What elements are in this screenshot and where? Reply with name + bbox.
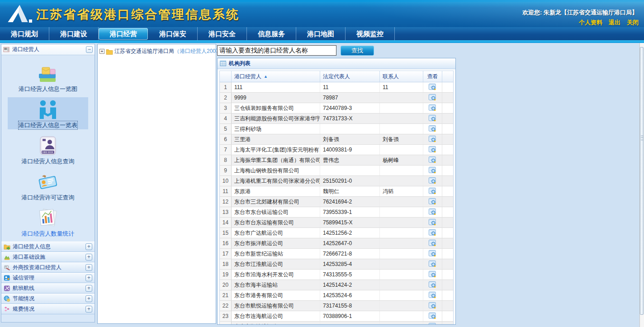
header-link[interactable]: 关闭 [627,19,639,26]
sidebar-section[interactable]: 港口基础设施+ [1,252,95,262]
expand-button[interactable]: + [85,285,92,292]
nav-tab[interactable]: 港口建设 [49,27,99,40]
view-icon[interactable] [429,104,436,112]
view-icon[interactable] [429,167,436,174]
nav-tab[interactable]: 港口规划 [0,27,49,40]
table-row[interactable]: 11111111 [220,82,453,93]
view-icon[interactable] [429,240,436,247]
sidebar-item[interactable]: 港口经营人信息一览图 [8,61,88,93]
view-icon[interactable] [429,313,436,320]
sidebar-item[interactable]: 港口经营许可证查询 [8,170,88,202]
sidebar-section[interactable]: 航班航线+ [1,283,95,294]
table-row[interactable]: 11东原港魏明仁冯韬 [220,186,453,197]
expand-button[interactable]: + [85,275,92,281]
view-icon[interactable] [429,94,436,101]
expand-button[interactable]: + [85,306,92,313]
nav-tab[interactable]: 视频监控 [346,27,395,40]
view-icon[interactable] [429,188,436,195]
expand-button[interactable]: + [85,295,92,302]
table-row[interactable]: 13东台市东台镇运输公司73955339-1 [220,207,453,218]
view-icon[interactable] [429,84,436,91]
table-row[interactable]: 6三里港刘备强刘备强 [220,134,453,145]
table-row[interactable]: 15东台市广达航运公司14251256-2 [220,228,453,238]
table-row[interactable]: 5三得利砂场 [220,124,453,134]
sidebar-header[interactable]: 港口经营人 − [1,44,95,55]
table-row[interactable]: 2999978987 [220,93,453,103]
table-row[interactable]: 21东台市港务有限公司14253524-6 [220,290,453,301]
search-input[interactable] [217,45,336,56]
table-row[interactable]: 23东台市连海航运公司70388906-1 [220,311,453,322]
collapse-button[interactable]: − [86,46,93,53]
table-row[interactable]: 9上海梅山钢铁股份有限公司 [220,166,453,176]
sidebar-section[interactable]: 节能情况+ [1,294,95,304]
expand-button[interactable]: + [85,243,92,250]
nav-tab[interactable]: 港口地图 [296,27,346,40]
sidebar-item[interactable]: 港口经营人信息一览表 [8,97,88,129]
table-row[interactable]: 19东台市沿海水利开发公司74313555-5 [220,270,453,280]
legal-rep-code: 74731733-X [320,114,380,123]
view-icon[interactable] [429,250,436,257]
view-icon[interactable] [429,177,436,185]
view-icon[interactable] [429,302,436,309]
tree-expand-icon[interactable]: + [99,49,104,54]
view-icon[interactable] [429,229,436,237]
sidebar-section[interactable]: 港口经营人信息+ [1,242,95,252]
scrollbar-thumb[interactable] [640,47,644,315]
page-scrollbar[interactable] [639,43,644,327]
view-icon[interactable] [429,115,436,122]
table-row[interactable]: 20东台市海丰运输站14251424-2 [220,280,453,290]
table-row[interactable]: 10上海港机重工有限公司张家港分公司25150291-0 [220,176,453,186]
row-number: 12 [220,197,232,207]
nav-tab[interactable]: 港口保安 [148,27,198,40]
table-row[interactable]: 8上海振华重工集团（南通）有限公司曹伟忠杨树峰 [220,155,453,166]
view-icon[interactable] [429,271,436,278]
contact-name [380,270,423,280]
sidebar-section[interactable]: 外商投资港口经营人+ [1,262,95,273]
table-row[interactable]: 3三仓镇装卸服务有限公司72440789-3 [220,103,453,114]
sidebar-item[interactable]: 港口经营人信息查询 [8,133,88,166]
filler-cell [442,82,453,92]
col-header-operator[interactable]: 港口经营人▲ [232,71,320,82]
operator-name: 东台市港务有限公司 [232,290,320,300]
view-cell [423,218,442,227]
org-table: 港口经营人▲ 法定代表人 联系人 查看 1111111129999789873三… [219,71,454,324]
view-icon[interactable] [429,219,436,226]
tree-node-root[interactable]: + 江苏省交通运输厅港口局（港口经营人2007） [99,47,214,55]
table-row[interactable]: 24东台市顺达航运公司74409947-9 [220,322,453,324]
view-icon[interactable] [429,136,436,143]
col-header-legal-rep[interactable]: 法定代表人 [320,71,380,82]
nav-tab[interactable]: 港口安全 [198,27,247,40]
sidebar-item[interactable]: 港口经营人数量统计 [8,206,88,238]
col-header-contact[interactable]: 联系人 [380,71,423,82]
view-icon[interactable] [429,323,436,324]
view-icon[interactable] [429,125,436,133]
expand-button[interactable]: + [85,264,92,271]
view-icon[interactable] [429,261,436,268]
table-row[interactable]: 14东台市台东运输有限公司75899415-X [220,218,453,228]
table-row[interactable]: 18东台市江淮航运公司14253285-4 [220,259,453,270]
sidebar-section[interactable]: 规费情况+ [1,304,95,314]
view-icon[interactable] [429,209,436,216]
sidebar-section[interactable]: 诚信管理+ [1,273,95,283]
app-title: 江苏省省级港口综合管理信息系统 [36,6,240,23]
table-row[interactable]: 22东台市航悦运输有限公司73174155-8 [220,301,453,311]
view-icon[interactable] [429,146,436,153]
nav-tab[interactable]: 港口经营 [99,28,148,40]
view-icon[interactable] [429,198,436,205]
nav-tab[interactable]: 信息服务 [247,27,296,40]
table-row[interactable]: 4三吉利能源股份有限公司张家港华宇...74731733-X [220,114,453,124]
table-row[interactable]: 7上海太平洋化工(集团)淮安元明粉有...14009381-9 [220,145,453,155]
header-link[interactable]: 个人资料 [579,19,602,26]
table-row[interactable]: 16东台市振洋航运公司14252647-0 [220,238,453,249]
header-link[interactable]: 退出 [609,19,620,26]
table-row[interactable]: 17东台市新世纪运输站72666721-8 [220,249,453,259]
view-icon[interactable] [429,292,436,299]
expand-button[interactable]: + [85,254,92,261]
filler-cell [442,155,453,165]
view-icon[interactable] [429,156,436,164]
table-row[interactable]: 12东台市三北郊建材有限公司76241694-2 [220,197,453,207]
search-button[interactable]: 查找 [341,46,374,56]
operator-name: 东台市航悦运输有限公司 [232,301,320,311]
view-icon[interactable] [429,281,436,289]
filler-cell [442,322,453,324]
